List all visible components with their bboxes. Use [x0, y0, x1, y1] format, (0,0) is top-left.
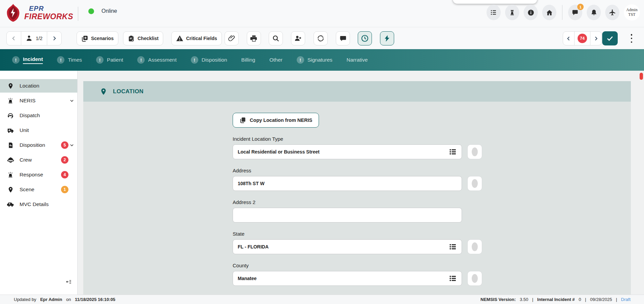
tab-signatures[interactable]: ! Signatures — [297, 56, 332, 64]
validation-prev-button[interactable] — [563, 32, 574, 45]
avatar-name-line1: Admin — [626, 8, 637, 12]
sidebar-item-crew[interactable]: Crew 2 — [0, 153, 77, 167]
scrollbar-thumb[interactable] — [640, 73, 643, 80]
sidebar-item-location[interactable]: Location — [0, 79, 77, 93]
validation-pager: 74 — [563, 31, 602, 45]
tower-icon — [509, 9, 516, 16]
status-oval-icon — [472, 179, 478, 188]
sync-icon — [317, 35, 324, 42]
field-incident-location-type: Incident Location Type Local Residential… — [233, 136, 484, 159]
tab-label: Billing — [241, 57, 255, 63]
collapse-sidebar-icon[interactable] — [66, 279, 72, 285]
floating-tooltip-remnant — [453, 0, 537, 4]
field-label: Address 2 — [233, 199, 484, 205]
field-status-button[interactable] — [467, 176, 482, 191]
printer-icon — [250, 35, 258, 42]
validation-next-button[interactable] — [590, 32, 602, 45]
clock-icon — [361, 34, 369, 42]
sidebar-item-disposition[interactable]: Disposition 5 — [0, 138, 77, 152]
prev-record-button[interactable] — [7, 32, 21, 45]
incident-meta: NEMSIS Version: 3.50 | Internal Incident… — [479, 297, 632, 302]
chevron-left-icon — [566, 36, 571, 41]
comment-bubble-icon — [340, 35, 347, 42]
location-pin-icon — [100, 88, 107, 95]
tab-disposition[interactable]: ! Disposition — [191, 56, 227, 64]
validation-count-badge: 74 — [578, 34, 587, 43]
chat-icon — [572, 9, 579, 16]
list-picker-icon[interactable] — [449, 148, 457, 156]
county-input[interactable]: Manatee — [233, 271, 462, 286]
tab-times[interactable]: ! Times — [57, 56, 82, 64]
helmet-icon — [7, 156, 14, 164]
search-button[interactable] — [269, 31, 283, 45]
tab-patient[interactable]: ! Patient — [96, 56, 123, 64]
field-status-button[interactable] — [467, 271, 482, 286]
status-oval-icon — [472, 274, 478, 283]
chevron-right-icon — [593, 36, 598, 41]
home-button[interactable] — [542, 5, 556, 20]
list-picker-icon[interactable] — [449, 274, 457, 282]
copy-icon — [239, 117, 246, 124]
scenarios-button[interactable]: Scenarios — [77, 31, 118, 45]
field-state: State FL - FLORIDA — [233, 231, 484, 254]
notifications-button[interactable] — [587, 5, 601, 20]
avatar[interactable]: Admin TST — [624, 4, 640, 21]
quick-actions-button[interactable] — [380, 31, 394, 45]
record-pager: 1/2 — [6, 31, 62, 45]
tab-other[interactable]: Other — [269, 57, 283, 63]
field-value: Local Residential or Business Street — [238, 149, 449, 155]
sidebar-item-label: MVC Details — [20, 201, 49, 207]
tab-incident[interactable]: ! Incident — [12, 56, 43, 64]
scenarios-icon — [81, 35, 88, 42]
sidebar-item-dispatch[interactable]: Dispatch — [0, 109, 77, 122]
add-person-button[interactable] — [291, 31, 305, 45]
sidebar-item-response[interactable]: Response 4 — [0, 168, 77, 181]
save-button[interactable] — [602, 31, 618, 45]
sidebar-item-mvc-details[interactable]: MVC Details — [0, 198, 77, 211]
times-quick-button[interactable] — [358, 31, 372, 45]
more-options-button[interactable] — [628, 34, 635, 43]
print-button[interactable] — [247, 31, 261, 45]
field-address-2: Address 2 — [233, 199, 484, 223]
critical-fields-button[interactable]: Critical Fields — [171, 31, 222, 45]
avatar-name-line2: TST — [628, 12, 635, 17]
address-input[interactable]: 108Th ST W — [233, 176, 462, 191]
info-button[interactable] — [524, 5, 538, 20]
sidebar-item-neris[interactable]: NERIS — [0, 94, 77, 107]
sidebar-item-scene[interactable]: Scene 1 — [0, 183, 77, 196]
field-address: Address 108Th ST W — [233, 168, 484, 191]
home-icon — [546, 9, 553, 16]
copy-location-from-neris-button[interactable]: Copy Location from NERIS — [233, 113, 319, 128]
validation-count: 74 — [574, 32, 590, 45]
next-record-button[interactable] — [47, 32, 61, 45]
checklist-button[interactable]: Checklist — [123, 31, 163, 45]
sidebar-item-unit[interactable]: Unit — [0, 124, 77, 137]
chevron-right-icon — [52, 36, 57, 41]
document-pulse-icon — [7, 141, 14, 149]
address-2-input[interactable] — [233, 208, 462, 223]
tower-button[interactable] — [505, 5, 519, 20]
state-input[interactable]: FL - FLORIDA — [233, 239, 462, 254]
draft-status-link[interactable]: Draft — [621, 297, 631, 302]
checklist-label: Checklist — [138, 36, 158, 41]
tab-billing[interactable]: Billing — [241, 57, 255, 63]
attachments-button[interactable] — [225, 31, 239, 45]
nemsis-version-label: NEMSIS Version: — [480, 297, 516, 302]
field-label: County — [233, 263, 484, 268]
field-status-button[interactable] — [467, 239, 482, 254]
messages-button[interactable]: 1 — [568, 5, 582, 20]
online-status-dot — [88, 8, 94, 14]
sync-button[interactable] — [314, 31, 328, 45]
list-menu-button[interactable] — [487, 5, 501, 20]
incident-location-type-input[interactable]: Local Residential or Business Street — [233, 144, 462, 159]
chevron-down-icon — [69, 143, 74, 147]
comments-button[interactable] — [336, 31, 350, 45]
airplane-icon — [609, 9, 616, 16]
field-status-button[interactable] — [467, 144, 482, 159]
list-picker-icon[interactable] — [449, 243, 457, 251]
tab-assessment[interactable]: ! Assessment — [137, 56, 176, 64]
flight-mode-button[interactable] — [605, 5, 619, 20]
tab-narrative[interactable]: Narrative — [347, 57, 368, 63]
notification-bell-icon — [590, 9, 597, 16]
alert-icon: ! — [191, 56, 198, 64]
